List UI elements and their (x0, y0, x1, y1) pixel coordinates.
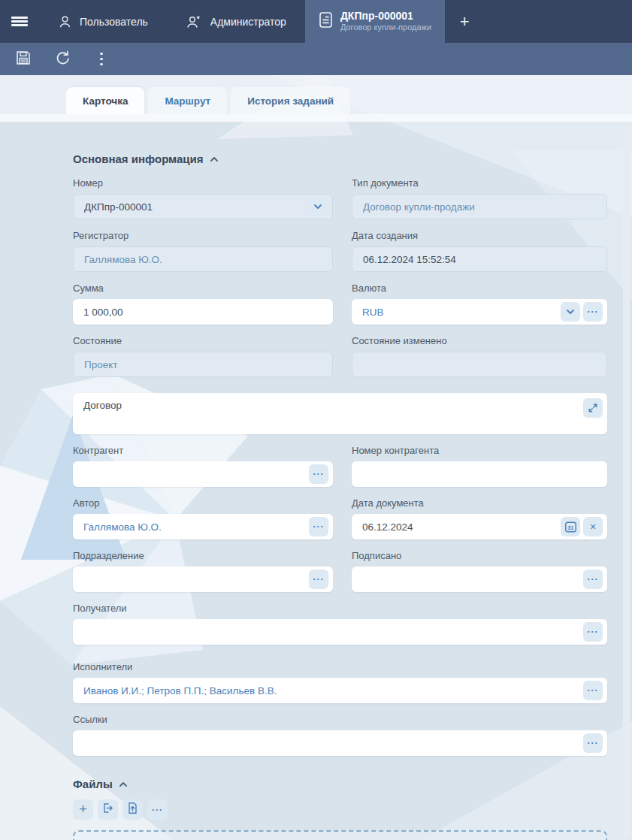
upload-file-icon (126, 802, 139, 817)
field-signed-label: Подписано (352, 550, 607, 561)
field-amount-input[interactable]: 1 000,00 (73, 299, 333, 325)
command-bar (0, 43, 632, 75)
field-doc-date-label: Дата документа (352, 497, 607, 509)
field-doc-date: Дата документа 06.12.2024 31 ✕ (352, 497, 607, 539)
ellipsis-icon[interactable]: ··· (583, 733, 603, 753)
field-state-label: Состояние (73, 335, 333, 346)
field-amount: Сумма 1 000,00 (73, 283, 333, 325)
field-performers-input[interactable]: Иванов И.И.; Петров П.П.; Васильев В.В. … (73, 678, 607, 703)
field-counterparty-number-label: Номер контрагента (352, 445, 607, 456)
hamburger-menu-icon[interactable] (0, 0, 39, 43)
field-department: Подразделение ··· (73, 550, 333, 592)
field-links-label: Ссылки (73, 714, 607, 725)
field-created-date-input: 06.12.2024 15:52:54 (352, 246, 607, 272)
field-counterparty-label: Контрагент (73, 445, 333, 456)
create-from-template-button[interactable] (98, 799, 118, 820)
field-department-input[interactable]: ··· (73, 567, 333, 592)
field-name-input[interactable]: Договор (73, 393, 607, 434)
field-registrar-input: Галлямова Ю.О. (73, 246, 333, 272)
field-links-input[interactable]: ··· (73, 730, 607, 756)
field-number-value: ДКПпр-000001 (84, 201, 305, 213)
field-author-label: Автор (73, 497, 333, 509)
more-actions-button[interactable] (92, 50, 111, 69)
field-currency-value: RUB (362, 307, 558, 318)
top-tab-admin-label: Администратор (210, 16, 286, 28)
field-doc-type-label: Тип документа (352, 177, 607, 189)
field-recipients: Получатели ··· (73, 603, 607, 645)
field-links: Ссылки ··· (73, 714, 607, 756)
chevron-down-icon[interactable] (561, 302, 580, 322)
field-doc-date-input[interactable]: 06.12.2024 31 ✕ (352, 514, 607, 539)
admin-user-icon (186, 15, 203, 29)
field-state-changed-input (352, 352, 607, 377)
field-registrar-value: Галлямова Ю.О. (84, 254, 328, 265)
top-tab-user[interactable]: Пользователь (39, 0, 167, 43)
field-author-input[interactable]: Галлямова Ю.О. ··· (73, 514, 333, 539)
ellipsis-icon[interactable]: ··· (309, 464, 328, 484)
import-file-icon (101, 802, 114, 817)
field-doc-type-value: Договор купли-продажи (363, 201, 602, 213)
section-main-info-title: Основная информация (73, 153, 204, 165)
field-currency: Валюта RUB ··· (352, 283, 607, 325)
field-recipients-input[interactable]: ··· (73, 619, 607, 645)
field-state: Состояние Проект (73, 335, 333, 377)
chevron-down-icon[interactable] (308, 197, 328, 216)
field-number: Номер ДКПпр-000001 (73, 177, 333, 219)
field-counterparty-number-input[interactable] (352, 461, 607, 487)
clear-icon[interactable]: ✕ (583, 517, 603, 536)
new-tab-button[interactable]: + (445, 0, 484, 43)
calendar-icon[interactable]: 31 (561, 517, 580, 536)
top-tab-document-active[interactable]: ДКПпр-000001 Договор купли-продажи (305, 0, 445, 43)
field-amount-value: 1 000,00 (83, 307, 328, 318)
ellipsis-icon: ··· (152, 805, 163, 815)
field-author-value: Галлямова Ю.О. (83, 521, 306, 533)
refresh-button[interactable] (53, 50, 72, 69)
ellipsis-icon[interactable]: ··· (309, 570, 328, 589)
field-created-date-label: Дата создания (352, 230, 607, 241)
expand-icon[interactable] (583, 398, 603, 418)
ellipsis-icon[interactable]: ··· (583, 622, 603, 642)
collapse-icon[interactable] (210, 152, 219, 165)
document-tab-title: ДКПпр-000001 (340, 10, 431, 23)
field-counterparty-number: Номер контрагента (352, 445, 607, 487)
field-number-input[interactable]: ДКПпр-000001 (73, 194, 333, 219)
collapse-icon[interactable] (119, 777, 128, 790)
field-registrar: Регистратор Галлямова Ю.О. (73, 230, 333, 272)
field-doc-type-input: Договор купли-продажи (352, 194, 607, 219)
field-performers-value: Иванов И.И.; Петров П.П.; Васильев В.В. (83, 685, 580, 696)
ellipsis-icon[interactable]: ··· (583, 681, 603, 700)
file-dropzone[interactable]: Нет приложенных файлов. Можно перетащить… (73, 830, 607, 840)
document-form: Основная информация Номер ДКПпр-000001 (73, 75, 607, 840)
more-file-actions-button[interactable]: ··· (147, 799, 168, 820)
field-number-label: Номер (73, 177, 333, 189)
field-state-value: Проект (84, 359, 328, 370)
section-files-title: Файлы (73, 778, 113, 790)
save-icon (14, 49, 32, 70)
field-state-changed-label: Состояние изменено (352, 335, 607, 346)
field-recipients-label: Получатели (73, 603, 607, 614)
field-counterparty: Контрагент ··· (73, 445, 333, 487)
ellipsis-icon[interactable]: ··· (309, 517, 328, 536)
top-bar: Пользователь Администратор ДКПпр-000001 … (0, 0, 632, 43)
field-amount-label: Сумма (73, 283, 333, 294)
user-icon (58, 15, 72, 29)
add-file-button[interactable]: + (73, 799, 93, 820)
ellipsis-icon[interactable]: ··· (583, 302, 603, 322)
vertical-scrollbar[interactable] (623, 128, 630, 838)
field-currency-input[interactable]: RUB ··· (352, 299, 607, 325)
section-files-header[interactable]: Файлы (73, 777, 607, 790)
content-area: Карточка Маршрут История заданий Основна… (0, 75, 632, 840)
field-signed: Подписано ··· (352, 550, 607, 592)
upload-file-button[interactable] (122, 799, 143, 820)
document-icon (319, 11, 333, 32)
save-button[interactable] (14, 50, 33, 69)
field-signed-input[interactable]: ··· (352, 567, 607, 592)
ellipsis-icon[interactable]: ··· (583, 570, 603, 589)
field-counterparty-input[interactable]: ··· (73, 461, 333, 487)
svg-text:31: 31 (567, 524, 573, 530)
kebab-menu-icon (94, 53, 109, 65)
section-main-info-header[interactable]: Основная информация (73, 152, 607, 165)
top-tab-admin[interactable]: Администратор (167, 0, 305, 43)
field-state-changed: Состояние изменено (352, 335, 607, 377)
plus-icon: + (79, 802, 87, 817)
